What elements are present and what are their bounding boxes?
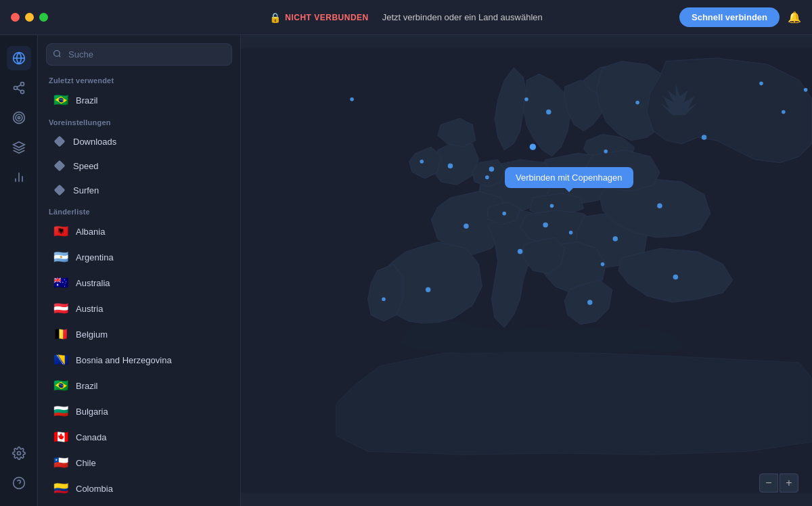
svg-marker-10 bbox=[13, 142, 24, 147]
svg-point-9 bbox=[18, 116, 20, 118]
sidebar-item-share[interactable] bbox=[7, 76, 31, 100]
svg-point-21 bbox=[420, 160, 424, 164]
svg-point-32 bbox=[543, 223, 548, 228]
preset-surfen[interactable]: Surfen bbox=[42, 178, 236, 202]
sidebar-item-settings[interactable] bbox=[7, 441, 31, 465]
svg-point-45 bbox=[782, 110, 786, 114]
preset-speed-label: Speed bbox=[73, 161, 99, 171]
flag-brazil: 🇧🇷 bbox=[53, 93, 69, 108]
country-item-australia[interactable]: 🇦🇺 Australia bbox=[42, 270, 236, 296]
preset-downloads-icon bbox=[53, 135, 66, 148]
close-button[interactable] bbox=[11, 13, 20, 22]
search-icon bbox=[53, 49, 62, 60]
svg-point-41 bbox=[604, 150, 608, 154]
sidebar-icons bbox=[0, 35, 38, 506]
country-item-chile[interactable]: 🇨🇱 Chile bbox=[42, 450, 236, 476]
svg-point-39 bbox=[702, 135, 707, 140]
svg-point-38 bbox=[673, 275, 679, 280]
preset-surfen-label: Surfen bbox=[73, 185, 99, 196]
country-panel: Zuletzt verwendet 🇧🇷 Brazil Voreinstellu… bbox=[38, 35, 241, 506]
preset-speed[interactable]: Speed bbox=[42, 154, 236, 178]
preset-downloads-label: Downloads bbox=[73, 137, 116, 147]
svg-point-44 bbox=[485, 175, 489, 179]
world-map bbox=[241, 35, 812, 506]
svg-point-3 bbox=[14, 87, 17, 90]
zoom-controls: − + bbox=[759, 474, 798, 492]
svg-point-48 bbox=[759, 82, 763, 86]
main-layout: Zuletzt verwendet 🇧🇷 Brazil Voreinstellu… bbox=[0, 35, 812, 506]
titlebar-center: 🔒 NICHT VERBUNDEN Jetzt verbinden oder e… bbox=[269, 12, 543, 23]
status-badge: 🔒 NICHT VERBUNDEN bbox=[269, 12, 369, 23]
country-item-belgium[interactable]: 🇧🇪 Belgium bbox=[42, 321, 236, 347]
svg-point-28 bbox=[524, 97, 528, 101]
maximize-button[interactable] bbox=[39, 13, 48, 22]
country-item-costarica[interactable]: 🇨🇷 Costa Rica bbox=[42, 501, 236, 506]
country-item-austria[interactable]: 🇦🇹 Austria bbox=[42, 296, 236, 321]
svg-point-33 bbox=[569, 231, 573, 235]
sidebar-item-help[interactable] bbox=[7, 471, 31, 495]
section-recent: Zuletzt verwendet bbox=[38, 71, 240, 87]
notification-icon[interactable]: 🔔 bbox=[788, 11, 801, 24]
svg-point-37 bbox=[587, 300, 593, 305]
svg-point-22 bbox=[489, 166, 495, 172]
preset-surfen-icon bbox=[53, 183, 66, 197]
country-list: Zuletzt verwendet 🇧🇷 Brazil Voreinstellu… bbox=[38, 71, 240, 506]
svg-point-25 bbox=[426, 287, 431, 292]
svg-point-14 bbox=[17, 452, 20, 455]
svg-point-24 bbox=[464, 224, 469, 229]
svg-point-46 bbox=[804, 88, 808, 92]
country-item-canada[interactable]: 🇨🇦 Canada bbox=[42, 424, 236, 450]
country-item-argentina[interactable]: 🇦🇷 Argentina bbox=[42, 244, 236, 270]
country-name-brazil: Brazil bbox=[76, 95, 98, 106]
minimize-button[interactable] bbox=[25, 13, 34, 22]
svg-point-34 bbox=[613, 236, 618, 242]
sidebar-item-chart[interactable] bbox=[7, 165, 31, 189]
country-item-colombia[interactable]: 🇨🇴 Colombia bbox=[42, 476, 236, 501]
svg-point-35 bbox=[601, 262, 605, 267]
svg-point-17 bbox=[54, 50, 60, 56]
zoom-out-button[interactable]: − bbox=[759, 474, 778, 492]
quick-connect-button[interactable]: Schnell verbinden bbox=[679, 7, 780, 27]
connect-hint: Jetzt verbinden oder ein Land auswählen bbox=[382, 12, 543, 22]
preset-downloads[interactable]: Downloads bbox=[42, 129, 236, 154]
sidebar-item-target[interactable] bbox=[7, 106, 31, 130]
svg-line-5 bbox=[17, 89, 21, 91]
sidebar-item-globe[interactable] bbox=[7, 46, 31, 70]
svg-point-23 bbox=[518, 183, 523, 188]
country-item-brazil[interactable]: 🇧🇷 Brazil bbox=[42, 373, 236, 398]
section-presets: Voreinstellungen bbox=[38, 113, 240, 129]
titlebar-right: Schnell verbinden 🔔 bbox=[679, 7, 801, 27]
recent-item-brazil[interactable]: 🇧🇷 Brazil bbox=[42, 87, 236, 113]
svg-point-26 bbox=[382, 297, 386, 301]
svg-point-42 bbox=[518, 249, 523, 254]
svg-point-40 bbox=[635, 101, 639, 105]
svg-point-31 bbox=[550, 204, 554, 208]
titlebar: 🔒 NICHT VERBUNDEN Jetzt verbinden oder e… bbox=[0, 0, 812, 35]
svg-point-43 bbox=[502, 212, 506, 216]
country-item-bulgaria[interactable]: 🇧🇬 Bulgaria bbox=[42, 398, 236, 424]
country-item-albania[interactable]: 🇦🇱 Albania bbox=[42, 218, 236, 244]
window-controls bbox=[11, 13, 48, 22]
sidebar-item-layers[interactable] bbox=[7, 135, 31, 160]
zoom-in-button[interactable]: + bbox=[780, 474, 798, 492]
svg-point-27 bbox=[546, 110, 551, 115]
lock-icon: 🔒 bbox=[269, 12, 281, 23]
svg-point-2 bbox=[20, 83, 24, 86]
svg-point-36 bbox=[657, 204, 662, 209]
svg-point-29 bbox=[530, 143, 536, 150]
country-item-bosnia[interactable]: 🇧🇦 Bosnia and Herzegovina bbox=[42, 347, 236, 373]
svg-point-20 bbox=[448, 164, 453, 169]
preset-speed-icon bbox=[53, 159, 66, 172]
section-countries: Länderliste bbox=[38, 202, 240, 218]
search-input[interactable] bbox=[46, 43, 232, 66]
svg-point-30 bbox=[572, 176, 577, 181]
connection-status: NICHT VERBUNDEN bbox=[285, 13, 369, 22]
svg-point-47 bbox=[350, 97, 354, 101]
svg-point-4 bbox=[20, 90, 24, 93]
svg-line-6 bbox=[17, 85, 21, 87]
search-box bbox=[46, 43, 232, 66]
map-area[interactable]: Verbinden mit Copenhagen − + bbox=[241, 35, 812, 506]
svg-line-18 bbox=[59, 55, 60, 57]
svg-point-8 bbox=[16, 114, 22, 121]
